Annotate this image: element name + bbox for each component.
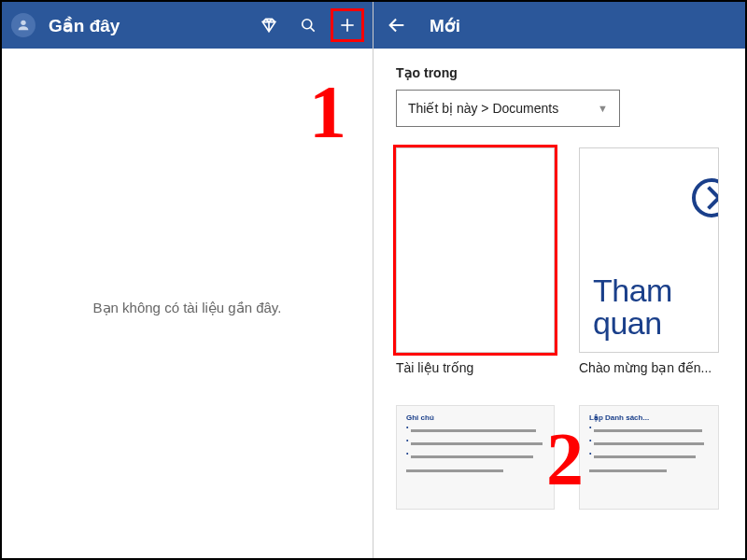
recent-screen: Gần đây Bạn không có tài liệu gần đây. 1 [2, 2, 374, 558]
location-value: Thiết bị này > Documents [408, 101, 558, 116]
arrow-right-icon [692, 178, 719, 217]
mini-title: Lập Danh sách... [589, 413, 709, 422]
template-label: Chào mừng bạn đến... [579, 360, 719, 375]
template-notes[interactable]: Ghi chú [396, 405, 555, 510]
svg-point-1 [303, 20, 312, 29]
person-icon [16, 18, 31, 33]
search-button[interactable] [292, 9, 324, 41]
template-thumbnail-blank [396, 147, 555, 353]
arrow-left-icon [387, 15, 407, 35]
template-thumbnail-tour: Tham quan [579, 147, 719, 353]
template-list[interactable]: Lập Danh sách... [579, 405, 719, 510]
template-row: Tài liệu trống Tham quan Chào mừng bạn đ… [396, 147, 730, 375]
create-in-label: Tạo trong [396, 65, 730, 80]
empty-state-text: Bạn không có tài liệu gần đây. [93, 300, 282, 316]
new-button[interactable] [331, 9, 363, 41]
template-blank[interactable]: Tài liệu trống [396, 147, 555, 375]
template-tour[interactable]: Tham quan Chào mừng bạn đến... [579, 147, 719, 375]
account-avatar[interactable] [11, 13, 35, 37]
mini-title: Ghi chú [406, 413, 544, 422]
annotation-step-2: 2 [546, 422, 584, 497]
chevron-down-icon: ▼ [598, 103, 608, 114]
premium-button[interactable] [253, 9, 285, 41]
appbar-recent: Gần đây [2, 2, 373, 49]
location-dropdown[interactable]: Thiết bị này > Documents ▼ [396, 90, 620, 127]
diamond-icon [260, 16, 278, 35]
page-title: Mới [430, 15, 736, 36]
search-icon [299, 16, 317, 35]
tour-heading: Tham quan [593, 274, 707, 341]
svg-line-2 [311, 28, 315, 32]
plus-icon [338, 16, 357, 35]
back-button[interactable] [383, 15, 411, 35]
appbar-new: Mới [374, 2, 745, 49]
new-doc-screen: Mới Tạo trong Thiết bị này > Documents ▼… [374, 2, 745, 558]
svg-point-0 [21, 21, 25, 25]
page-title: Gần đây [49, 15, 246, 36]
annotation-step-1: 1 [309, 75, 346, 149]
template-label: Tài liệu trống [396, 360, 555, 375]
